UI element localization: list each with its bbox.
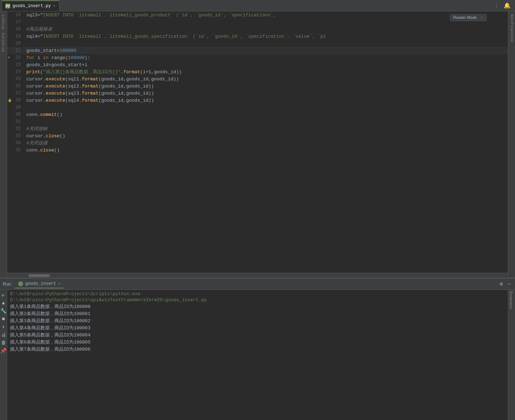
line-code[interactable]: conn.close() bbox=[25, 147, 508, 154]
table-row: 24 print("插入第{}条商品数据，商品ID为{}".format(i+1… bbox=[7, 68, 508, 75]
line-code[interactable]: #商品规格表 bbox=[25, 26, 508, 33]
table-row: 23 goods_id=goods_start+i bbox=[7, 61, 508, 68]
line-code[interactable]: cursor.execute(sql1.format(goods_id,good… bbox=[25, 75, 508, 83]
line-code[interactable]: cursor.execute(sql4.format(goods_id,good… bbox=[25, 97, 508, 104]
run-print[interactable]: 🖨 bbox=[0, 331, 7, 339]
h-scroll-thumb[interactable] bbox=[28, 274, 50, 277]
checkmark-icon: ✓ bbox=[480, 15, 483, 20]
run-tab[interactable]: goods_insert × bbox=[15, 280, 64, 288]
table-row: 32 #关闭游标 bbox=[7, 125, 508, 132]
table-row: 16sql3="INSERT INTO `litemall`.`litemall… bbox=[7, 11, 508, 18]
line-number: 34 bbox=[7, 139, 25, 147]
run-left-sidebar: ▶ ▲ 🔧 ■ ⬇ 🖨 🗑 📌 bbox=[0, 290, 7, 420]
fold-arrow-icon[interactable]: ▼ bbox=[8, 56, 10, 60]
line-number: 33 bbox=[7, 132, 25, 139]
line-number: 32 bbox=[7, 125, 25, 132]
line-code[interactable] bbox=[25, 118, 508, 125]
table-row: 🔒28 cursor.execute(sql4.format(goods_id,… bbox=[7, 97, 508, 104]
notifications-label[interactable]: Notifications bbox=[509, 13, 514, 43]
line-number: 20 bbox=[7, 40, 25, 47]
line-number: 17 bbox=[7, 18, 25, 26]
line-code[interactable]: cursor.close() bbox=[25, 132, 508, 139]
line-code[interactable]: for i in range(100000): bbox=[25, 54, 508, 61]
table-row: 17 bbox=[7, 18, 508, 26]
table-row: 18#商品规格表 bbox=[7, 26, 508, 33]
run-output-line: 插入第2条商品数据，商品ID为100001 bbox=[10, 310, 505, 318]
line-code[interactable]: sql4="INSERT INTO `litemall`.`litemall_g… bbox=[25, 33, 508, 40]
editor-tab[interactable]: py goods_insert.py × bbox=[1, 0, 59, 11]
main-area: Project Structure Reader Mode ✓ 16sql3="… bbox=[0, 11, 515, 278]
run-tab-bar-actions: ⚙ ─ bbox=[498, 280, 515, 288]
run-output-line: 插入第7条商品数据，商品ID为100006 bbox=[10, 346, 505, 353]
line-code[interactable] bbox=[25, 18, 508, 26]
line-code[interactable]: conn.commit() bbox=[25, 111, 508, 118]
reader-mode-label: Reader Mode bbox=[453, 15, 477, 20]
run-output-line: 插入第6条商品数据，商品ID为100005 bbox=[10, 339, 505, 346]
line-code[interactable]: goods_start=100000 bbox=[25, 47, 508, 54]
run-tab-close-button[interactable]: × bbox=[58, 282, 61, 286]
line-number: 23 bbox=[7, 61, 25, 68]
minimize-icon[interactable]: ─ bbox=[506, 281, 512, 288]
tab-close-button[interactable]: × bbox=[53, 4, 55, 8]
run-body: ▶ ▲ 🔧 ■ ⬇ 🖨 🗑 📌 D:\JetBrains\PyCharmProj… bbox=[0, 290, 515, 420]
table-row: 27 cursor.execute(sql3.format(goods_id,g… bbox=[7, 90, 508, 97]
line-code[interactable]: #关闭连接 bbox=[25, 139, 508, 147]
run-panel: Run: goods_insert × ⚙ ─ ▶ ▲ 🔧 ■ ⬇ 🖨 🗑 📌 … bbox=[0, 278, 515, 420]
run-right-sidebar: Bookmarks bbox=[508, 290, 515, 420]
run-content[interactable]: D:\JetBrains\PyCharmProjects\Scripts\pyt… bbox=[7, 290, 508, 420]
right-sidebar: Notifications bbox=[508, 11, 515, 278]
bookmarks-label[interactable]: Bookmarks bbox=[508, 290, 514, 310]
line-code[interactable] bbox=[25, 104, 508, 111]
line-number: ▼22 bbox=[7, 54, 25, 61]
run-delete[interactable]: 🗑 bbox=[0, 339, 7, 346]
run-stop[interactable]: ■ bbox=[0, 315, 6, 323]
run-label: Run: bbox=[3, 282, 12, 287]
line-code[interactable]: goods_id=goods_start+i bbox=[25, 61, 508, 68]
run-output-line: 插入第4条商品数据，商品ID为100003 bbox=[10, 325, 505, 332]
table-row: 35 conn.close() bbox=[7, 147, 508, 154]
run-tab-name: goods_insert bbox=[25, 281, 56, 286]
bell-icon[interactable]: 🔔 bbox=[502, 1, 512, 10]
table-row: 33 cursor.close() bbox=[7, 132, 508, 139]
line-number: 31 bbox=[7, 118, 25, 125]
code-editor[interactable]: 16sql3="INSERT INTO `litemall`.`litemall… bbox=[7, 11, 508, 273]
editor-pane: Reader Mode ✓ 16sql3="INSERT INTO `litem… bbox=[7, 11, 508, 278]
run-tool1[interactable]: 🔧 bbox=[0, 307, 8, 315]
tab-bar: py goods_insert.py × ⋮ 🔔 bbox=[0, 0, 515, 11]
line-code[interactable]: print("插入第{}条商品数据，商品ID为{}".format(i+1,go… bbox=[25, 68, 508, 75]
line-code[interactable]: cursor.execute(sql3.format(goods_id,good… bbox=[25, 90, 508, 97]
horizontal-scrollbar[interactable] bbox=[7, 273, 508, 278]
sidebar-project-label[interactable]: Project bbox=[1, 13, 6, 31]
python-file-icon: py bbox=[5, 4, 10, 9]
line-code[interactable]: cursor.execute(sql2.format(goods_id,good… bbox=[25, 83, 508, 90]
line-number: 19 bbox=[7, 33, 25, 40]
more-options-icon[interactable]: ⋮ bbox=[492, 1, 501, 10]
tab-bar-actions: ⋮ 🔔 bbox=[492, 1, 515, 10]
table-row: 21goods_start=100000 bbox=[7, 47, 508, 54]
table-row: 29 bbox=[7, 104, 508, 111]
run-play-button[interactable]: ▶ bbox=[0, 291, 6, 299]
table-row: 20 bbox=[7, 40, 508, 47]
line-number: 16 bbox=[7, 11, 25, 18]
line-code[interactable]: #关闭游标 bbox=[25, 125, 508, 132]
line-number: 25 bbox=[7, 75, 25, 83]
run-scroll-down[interactable]: ⬇ bbox=[0, 323, 6, 331]
line-code[interactable] bbox=[25, 40, 508, 47]
run-pin[interactable]: 📌 bbox=[0, 347, 8, 355]
run-output-line: 插入第3条商品数据，商品ID为100002 bbox=[10, 318, 505, 325]
line-number: 21 bbox=[7, 47, 25, 54]
run-path-2: D:\JetBrains\PyCharmProjects\apiAutoTest… bbox=[10, 297, 505, 303]
run-tab-icon bbox=[18, 281, 23, 286]
run-path-1: D:\JetBrains\PyCharmProjects\Scripts\pyt… bbox=[10, 291, 505, 297]
line-number: 18 bbox=[7, 26, 25, 33]
table-row: 30 conn.commit() bbox=[7, 111, 508, 118]
settings-icon[interactable]: ⚙ bbox=[498, 280, 504, 288]
sidebar-structure-label[interactable]: Structure bbox=[1, 31, 6, 53]
reader-mode-badge[interactable]: Reader Mode ✓ bbox=[450, 14, 487, 21]
table-row: 25 cursor.execute(sql1.format(goods_id,g… bbox=[7, 75, 508, 83]
table-row: 31 bbox=[7, 118, 508, 125]
left-sidebar: Project Structure bbox=[0, 11, 7, 278]
line-code[interactable]: sql3="INSERT INTO `litemall`.`litemall_g… bbox=[25, 11, 508, 18]
run-scroll-up[interactable]: ▲ bbox=[0, 299, 6, 307]
table-row: 34 #关闭连接 bbox=[7, 139, 508, 147]
